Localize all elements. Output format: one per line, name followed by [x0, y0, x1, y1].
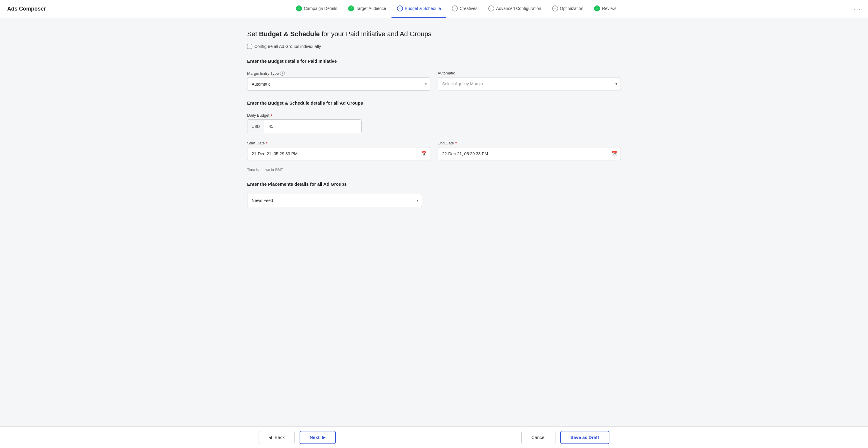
- check-icon-target-audience: ✓: [348, 5, 354, 11]
- nav-step-target-audience[interactable]: ✓ Target Audience: [343, 0, 392, 18]
- next-button-label: Next: [310, 435, 320, 440]
- next-button[interactable]: Next ▶: [300, 431, 336, 444]
- daily-budget-group: Daily Budget • USD: [247, 113, 362, 133]
- budget-currency-label: USD: [247, 120, 264, 133]
- back-button-label: Back: [275, 435, 284, 440]
- placements-select-wrapper: News Feed Instagram Feed Audience Networ…: [247, 194, 422, 207]
- agency-margin-select-wrapper: Select Agency Margin ▾: [438, 77, 621, 90]
- nav-step-creatives[interactable]: ○ Creatives: [446, 0, 483, 18]
- daily-budget-required: •: [271, 113, 273, 118]
- app-title: Ads Composer: [7, 6, 46, 12]
- page-title-prefix: Set: [247, 30, 259, 38]
- section-divider: [342, 61, 621, 61]
- end-date-input[interactable]: [438, 147, 621, 160]
- budget-adgroups-title: Enter the Budget & Schedule details for …: [247, 100, 363, 106]
- nav-step-label-target-audience: Target Audience: [356, 6, 386, 11]
- date-row: Start Date • 📅 End Date • 📅: [247, 141, 621, 160]
- nav-step-campaign-details[interactable]: ✓ Campaign Details: [290, 0, 343, 18]
- check-icon-budget-schedule: ✓: [397, 5, 403, 11]
- page-title-suffix: for your Paid Initiative and Ad Groups: [320, 30, 432, 38]
- placements-select[interactable]: News Feed Instagram Feed Audience Networ…: [247, 194, 422, 207]
- start-date-group: Start Date • 📅: [247, 141, 430, 160]
- budget-initiative-section: Enter the Budget details for Paid Initia…: [247, 59, 621, 91]
- budget-adgroups-header: Enter the Budget & Schedule details for …: [247, 100, 621, 106]
- cancel-button-label: Cancel: [531, 435, 546, 440]
- budget-adgroups-section: Enter the Budget & Schedule details for …: [247, 100, 621, 172]
- daily-budget-label: Daily Budget •: [247, 113, 362, 118]
- top-nav: Ads Composer ✓ Campaign Details ✓ Target…: [0, 0, 868, 18]
- placements-header: Enter the Placements details for all Ad …: [247, 181, 621, 187]
- back-arrow-icon: ◀: [269, 435, 272, 440]
- check-icon-campaign-details: ✓: [296, 5, 302, 11]
- margin-entry-type-label: Margin Entry Type i: [247, 71, 430, 76]
- margin-info-icon[interactable]: i: [280, 71, 285, 76]
- nav-step-label-optimization: Optimization: [560, 6, 584, 11]
- agency-margin-select[interactable]: Select Agency Margin: [438, 77, 621, 90]
- cancel-button[interactable]: Cancel: [521, 431, 555, 444]
- end-date-wrapper: 📅: [438, 147, 621, 160]
- configure-individually-label[interactable]: Configure all Ad Groups individually: [254, 44, 321, 49]
- next-arrow-icon: ▶: [322, 435, 326, 440]
- save-draft-button[interactable]: Save as Draft: [560, 431, 610, 444]
- nav-step-budget-schedule[interactable]: ✓ Budget & Schedule: [392, 0, 446, 18]
- placements-title: Enter the Placements details for all Ad …: [247, 181, 347, 187]
- daily-budget-input-wrapper: USD: [247, 119, 362, 133]
- start-date-input[interactable]: [247, 147, 430, 160]
- section-divider-2: [368, 103, 621, 103]
- start-date-required: •: [266, 141, 268, 145]
- nav-step-optimization[interactable]: ○ Optimization: [547, 0, 589, 18]
- configure-individually-row: Configure all Ad Groups individually: [247, 44, 621, 49]
- main-content: Set Budget & Schedule for your Paid Init…: [223, 18, 645, 448]
- daily-budget-input[interactable]: [264, 120, 361, 133]
- agency-margin-group: Automatic Select Agency Margin ▾: [438, 71, 621, 91]
- nav-step-label-advanced-configuration: Advanced Configuration: [496, 6, 541, 11]
- nav-step-review[interactable]: ✓ Review: [589, 0, 621, 18]
- check-icon-review: ✓: [594, 5, 600, 11]
- start-date-wrapper: 📅: [247, 147, 430, 160]
- check-icon-creatives: ○: [452, 5, 458, 11]
- start-date-label: Start Date •: [247, 141, 430, 145]
- budget-initiative-header: Enter the Budget details for Paid Initia…: [247, 59, 621, 64]
- nav-step-advanced-configuration[interactable]: ○ Advanced Configuration: [483, 0, 547, 18]
- margin-entry-type-select[interactable]: Automatic Manual: [247, 78, 430, 91]
- more-options-icon[interactable]: ···: [854, 5, 861, 12]
- time-note: Time is shown in GMT.: [247, 168, 621, 172]
- daily-budget-row: Daily Budget • USD: [247, 113, 621, 133]
- nav-step-label-budget-schedule: Budget & Schedule: [405, 6, 441, 11]
- nav-step-label-campaign-details: Campaign Details: [304, 6, 337, 11]
- nav-steps: ✓ Campaign Details ✓ Target Audience ✓ B…: [58, 0, 854, 18]
- save-draft-label: Save as Draft: [570, 435, 599, 440]
- end-date-required: •: [455, 141, 457, 145]
- margin-entry-type-select-wrapper: Automatic Manual ▾: [247, 78, 430, 91]
- page-title: Set Budget & Schedule for your Paid Init…: [247, 30, 621, 38]
- end-date-group: End Date • 📅: [438, 141, 621, 160]
- configure-individually-checkbox[interactable]: [247, 44, 252, 49]
- page-title-bold: Budget & Schedule: [259, 30, 320, 38]
- budget-initiative-title: Enter the Budget details for Paid Initia…: [247, 59, 337, 64]
- check-icon-optimization: ○: [552, 5, 558, 11]
- margin-entry-type-group: Margin Entry Type i Automatic Manual ▾: [247, 71, 430, 91]
- margin-row: Margin Entry Type i Automatic Manual ▾ A…: [247, 71, 621, 91]
- agency-margin-label: Automatic: [438, 71, 621, 76]
- nav-step-label-creatives: Creatives: [460, 6, 477, 11]
- back-button[interactable]: ◀ Back: [258, 431, 294, 444]
- end-date-label: End Date •: [438, 141, 621, 145]
- nav-step-label-review: Review: [602, 6, 616, 11]
- bottom-bar: ◀ Back Next ▶ Cancel Save as Draft: [0, 426, 868, 448]
- placements-section: Enter the Placements details for all Ad …: [247, 181, 621, 207]
- check-icon-advanced: ○: [488, 5, 494, 11]
